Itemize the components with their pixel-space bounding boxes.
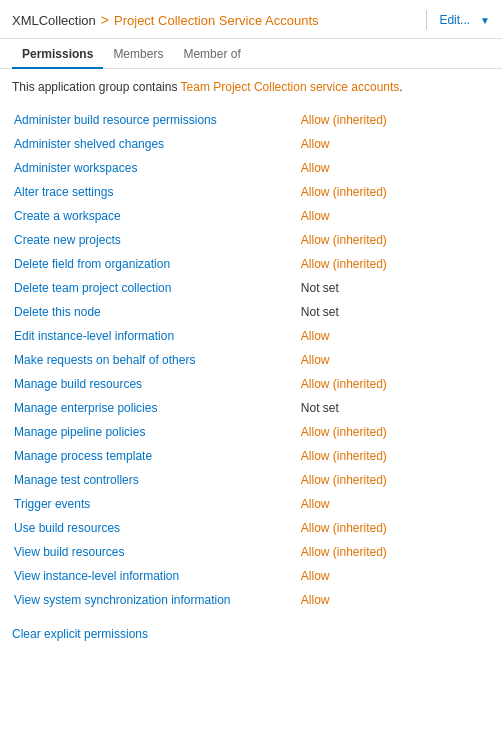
permission-value: Allow	[299, 492, 490, 516]
table-row: Trigger eventsAllow	[12, 492, 490, 516]
tab-members[interactable]: Members	[103, 39, 173, 69]
permission-name[interactable]: Edit instance-level information	[12, 324, 299, 348]
permission-value: Allow	[299, 348, 490, 372]
permission-value: Allow	[299, 324, 490, 348]
permission-value: Allow (inherited)	[299, 468, 490, 492]
permission-name[interactable]: Administer build resource permissions	[12, 108, 299, 132]
permission-name[interactable]: Create a workspace	[12, 204, 299, 228]
permission-value: Not set	[299, 276, 490, 300]
permission-name[interactable]: View build resources	[12, 540, 299, 564]
table-row: Create new projectsAllow (inherited)	[12, 228, 490, 252]
edit-button[interactable]: Edit...	[435, 11, 474, 29]
table-row: Make requests on behalf of othersAllow	[12, 348, 490, 372]
permission-name[interactable]: Trigger events	[12, 492, 299, 516]
table-row: View instance-level informationAllow	[12, 564, 490, 588]
table-row: Delete field from organizationAllow (inh…	[12, 252, 490, 276]
table-row: Manage enterprise policiesNot set	[12, 396, 490, 420]
clear-permissions-anchor[interactable]: Clear explicit permissions	[12, 627, 148, 641]
tab-permissions[interactable]: Permissions	[12, 39, 103, 69]
permission-name[interactable]: Create new projects	[12, 228, 299, 252]
permission-name[interactable]: Administer shelved changes	[12, 132, 299, 156]
table-row: Create a workspaceAllow	[12, 204, 490, 228]
permission-name[interactable]: View instance-level information	[12, 564, 299, 588]
permission-value: Allow (inherited)	[299, 180, 490, 204]
table-row: Manage process templateAllow (inherited)	[12, 444, 490, 468]
description-text: This application group contains Team Pro…	[12, 79, 490, 96]
breadcrumb-root[interactable]: XMLCollection	[12, 13, 96, 28]
table-row: Delete this nodeNot set	[12, 300, 490, 324]
permission-name[interactable]: Manage pipeline policies	[12, 420, 299, 444]
description-prefix: This application group contains	[12, 80, 181, 94]
permission-name[interactable]: Make requests on behalf of others	[12, 348, 299, 372]
permission-value: Allow (inherited)	[299, 540, 490, 564]
table-row: View build resourcesAllow (inherited)	[12, 540, 490, 564]
permission-value: Allow (inherited)	[299, 420, 490, 444]
permission-value: Allow	[299, 588, 490, 612]
header: XMLCollection > Project Collection Servi…	[0, 0, 502, 39]
header-actions: Edit... ▼	[435, 11, 490, 29]
table-row: Alter trace settingsAllow (inherited)	[12, 180, 490, 204]
permission-value: Allow (inherited)	[299, 108, 490, 132]
permission-name[interactable]: Delete this node	[12, 300, 299, 324]
permission-value: Allow (inherited)	[299, 372, 490, 396]
table-row: Use build resourcesAllow (inherited)	[12, 516, 490, 540]
permission-value: Allow	[299, 156, 490, 180]
header-divider	[426, 10, 427, 30]
table-row: View system synchronization informationA…	[12, 588, 490, 612]
permission-name[interactable]: Delete field from organization	[12, 252, 299, 276]
table-row: Manage pipeline policiesAllow (inherited…	[12, 420, 490, 444]
main-content: This application group contains Team Pro…	[0, 69, 502, 651]
breadcrumb: XMLCollection > Project Collection Servi…	[12, 12, 418, 28]
table-row: Delete team project collectionNot set	[12, 276, 490, 300]
permission-name[interactable]: Manage test controllers	[12, 468, 299, 492]
description-suffix: .	[399, 80, 402, 94]
permission-value: Allow	[299, 132, 490, 156]
permission-name[interactable]: View system synchronization information	[12, 588, 299, 612]
permission-value: Allow	[299, 564, 490, 588]
permissions-table: Administer build resource permissionsAll…	[12, 108, 490, 612]
permission-value: Allow (inherited)	[299, 516, 490, 540]
permission-value: Not set	[299, 300, 490, 324]
permission-name[interactable]: Alter trace settings	[12, 180, 299, 204]
permission-value: Allow (inherited)	[299, 252, 490, 276]
table-row: Manage build resourcesAllow (inherited)	[12, 372, 490, 396]
description-highlight: Team Project Collection service accounts	[181, 80, 400, 94]
permission-name[interactable]: Manage enterprise policies	[12, 396, 299, 420]
breadcrumb-current: Project Collection Service Accounts	[114, 13, 318, 28]
permission-value: Allow (inherited)	[299, 444, 490, 468]
permission-name[interactable]: Use build resources	[12, 516, 299, 540]
table-row: Manage test controllersAllow (inherited)	[12, 468, 490, 492]
permission-value: Not set	[299, 396, 490, 420]
tab-bar: Permissions Members Member of	[0, 39, 502, 69]
table-row: Administer shelved changesAllow	[12, 132, 490, 156]
tab-member-of[interactable]: Member of	[173, 39, 250, 69]
clear-permissions-link[interactable]: Clear explicit permissions	[12, 626, 148, 641]
permission-value: Allow (inherited)	[299, 228, 490, 252]
permission-value: Allow	[299, 204, 490, 228]
permission-name[interactable]: Administer workspaces	[12, 156, 299, 180]
permission-name[interactable]: Manage build resources	[12, 372, 299, 396]
table-row: Administer workspacesAllow	[12, 156, 490, 180]
table-row: Administer build resource permissionsAll…	[12, 108, 490, 132]
table-row: Edit instance-level informationAllow	[12, 324, 490, 348]
dropdown-arrow-icon[interactable]: ▼	[480, 15, 490, 26]
permission-name[interactable]: Delete team project collection	[12, 276, 299, 300]
permission-name[interactable]: Manage process template	[12, 444, 299, 468]
breadcrumb-separator: >	[101, 12, 109, 28]
